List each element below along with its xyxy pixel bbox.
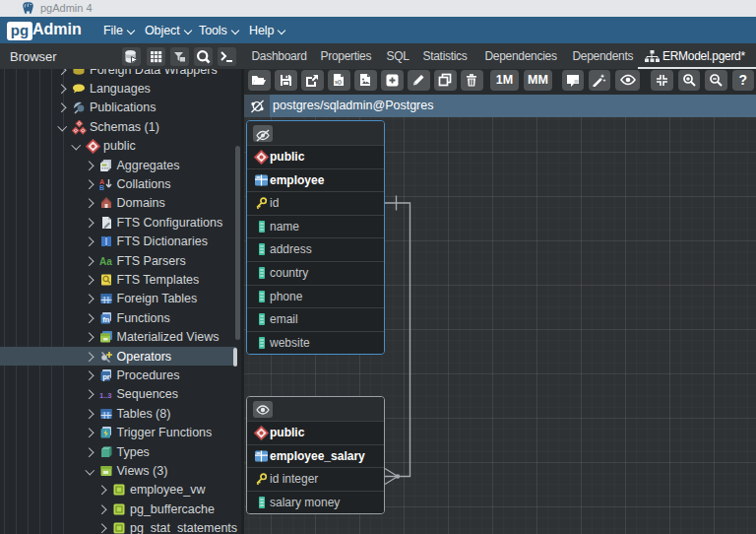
svg-text:pr: pr: [102, 371, 110, 380]
svg-text:B: B: [99, 184, 104, 191]
svg-text:s(): s(): [335, 79, 342, 85]
svg-text:1..3: 1..3: [99, 391, 112, 400]
svg-text:fn: fn: [102, 314, 109, 323]
svg-text:Aa: Aa: [99, 256, 112, 267]
